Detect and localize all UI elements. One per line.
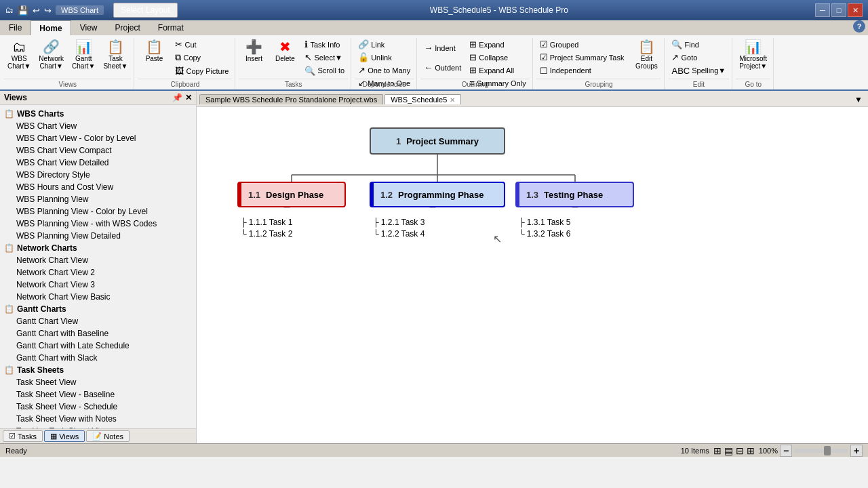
- edit-buttons: 🔍Find ↗Goto ABCSpelling▼: [668, 38, 729, 77]
- view-btn-2[interactable]: ▤: [724, 445, 733, 456]
- node-design-phase[interactable]: 1.1 Design Phase: [237, 182, 346, 207]
- tab-home[interactable]: Home: [31, 20, 71, 35]
- maximize-btn[interactable]: □: [831, 3, 846, 17]
- node-project-summary[interactable]: 1 Project Summary: [370, 127, 505, 155]
- network-chart-btn[interactable]: 🔗NetworkChart▼: [35, 38, 67, 72]
- sidebar-category-gantt[interactable]: 📋 Gantt Charts: [0, 303, 196, 315]
- quick-access-save[interactable]: 💾: [18, 5, 28, 16]
- sidebar-close-btn[interactable]: ✕: [185, 93, 192, 102]
- expand-all-btn[interactable]: ⊞Expand All: [466, 64, 529, 77]
- node-testing-phase[interactable]: 1.3 Testing Phase: [515, 182, 634, 207]
- zoom-slider[interactable]: [794, 449, 848, 453]
- doc-tab-wbs5[interactable]: WBS_Schedule5 ✕: [384, 94, 461, 104]
- sidebar-item-network-view-3[interactable]: Network Chart View 3: [0, 279, 196, 291]
- unlink-btn[interactable]: 🔓Unlink: [355, 51, 414, 64]
- cursor-indicator: ↖: [493, 232, 502, 245]
- sidebar-pin-btn[interactable]: 📌: [172, 93, 182, 102]
- task-sheet-btn[interactable]: 📋TaskSheet▼: [100, 38, 131, 72]
- goto-icon: ↗: [671, 52, 679, 62]
- bottom-tab-tasks[interactable]: ☑ Tasks: [3, 430, 43, 442]
- find-btn[interactable]: 🔍Find: [668, 38, 729, 51]
- close-btn[interactable]: ✕: [848, 3, 863, 17]
- sidebar-category-task-sheets[interactable]: 📋 Task Sheets: [0, 364, 196, 376]
- view-btn-4[interactable]: ⊞: [747, 445, 755, 456]
- expand-btn[interactable]: ⊞Expand: [466, 38, 529, 51]
- project-summary-check[interactable]: ☑Project Summary Task: [536, 51, 628, 64]
- sidebar-item-network-view[interactable]: Network Chart View: [0, 254, 196, 266]
- help-btn[interactable]: ?: [853, 20, 865, 33]
- grouped-check[interactable]: ☑Grouped: [536, 38, 628, 51]
- quick-access-undo[interactable]: ↩: [33, 5, 40, 16]
- subtask-1.1.1-label: 1.1.1 Task 1: [249, 218, 293, 227]
- bottom-tab-notes[interactable]: 📝 Notes: [86, 430, 130, 442]
- tab-file[interactable]: File: [0, 20, 31, 35]
- sidebar-item-task-sheet-view[interactable]: Task Sheet View: [0, 376, 196, 388]
- zoom-thumb[interactable]: [824, 446, 831, 455]
- spelling-btn[interactable]: ABCSpelling▼: [668, 64, 729, 77]
- minimize-btn[interactable]: ─: [815, 3, 830, 17]
- wbs-chart-tab[interactable]: WBS Chart: [56, 5, 104, 15]
- zoom-out-btn[interactable]: −: [780, 445, 792, 457]
- subtask-1.2.1: ├ 1.2.1 Task 3: [373, 218, 425, 227]
- node-programming-phase[interactable]: 1.2 Programming Phase: [370, 182, 505, 207]
- doc-tab-sample[interactable]: Sample WBS Schedule Pro Standalone Proje…: [199, 94, 383, 104]
- gantt-category-label: Gantt Charts: [17, 304, 66, 314]
- zoom-in-btn[interactable]: +: [850, 445, 863, 457]
- sidebar-item-gantt-baseline[interactable]: Gantt Chart with Baseline: [0, 327, 196, 340]
- wbs-chart-btn[interactable]: 🗂WBSChart▼: [4, 38, 34, 72]
- sidebar-item-wbs-hours-cost[interactable]: WBS Hours and Cost View: [0, 181, 196, 193]
- gantt-chart-btn[interactable]: 📊GanttChart▼: [68, 38, 98, 72]
- sidebar-item-network-view-2[interactable]: Network Chart View 2: [0, 266, 196, 279]
- edit-groups-btn[interactable]: 📋EditGroups: [631, 38, 661, 72]
- ms-project-btn[interactable]: 📊MicrosoftProject▼: [736, 38, 770, 72]
- sidebar-item-wbs-planning-detailed[interactable]: WBS Planning View Detailed: [0, 230, 196, 242]
- one-to-many-btn[interactable]: ↗One to Many: [355, 64, 414, 77]
- tab-format[interactable]: Format: [149, 20, 193, 35]
- sidebar-item-wbs-chart-view[interactable]: WBS Chart View: [0, 120, 196, 132]
- quick-access-redo[interactable]: ↪: [44, 5, 52, 16]
- sidebar-category-wbs[interactable]: 📋 WBS Charts: [0, 108, 196, 120]
- tab-project[interactable]: Project: [106, 20, 149, 35]
- goto-btn[interactable]: ↗Goto: [668, 51, 729, 64]
- sidebar-item-network-basic[interactable]: Network Chart View Basic: [0, 291, 196, 303]
- sidebar-category-network[interactable]: 📋 Network Charts: [0, 242, 196, 254]
- node-1.3-number: 1.3: [526, 190, 538, 200]
- sidebar-item-wbs-planning-color[interactable]: WBS Planning View - Color by Level: [0, 205, 196, 218]
- sidebar-item-task-sheet-notes[interactable]: Task Sheet View with Notes: [0, 413, 196, 425]
- delete-btn[interactable]: ✖Delete: [270, 38, 300, 64]
- sidebar-item-wbs-color-level[interactable]: WBS Chart View - Color by Level: [0, 132, 196, 144]
- link-btn[interactable]: 🔗Link: [355, 38, 414, 51]
- bottom-tab-views[interactable]: ▦ Views: [44, 430, 85, 442]
- collapse-btn[interactable]: ⊟Collapse: [466, 51, 529, 64]
- sidebar-item-gantt-view[interactable]: Gantt Chart View: [0, 315, 196, 327]
- sidebar-item-wbs-planning-codes[interactable]: WBS Planning View - with WBS Codes: [0, 218, 196, 230]
- sidebar-item-wbs-detailed[interactable]: WBS Chart View Detailed: [0, 157, 196, 169]
- sidebar-item-gantt-late[interactable]: Gantt Chart with Late Schedule: [0, 340, 196, 352]
- sidebar-item-gantt-slack[interactable]: Gantt Chart with Slack: [0, 352, 196, 364]
- sidebar-item-task-sheet-baseline[interactable]: Task Sheet View - Baseline: [0, 388, 196, 401]
- outdent-btn[interactable]: ←Outdent: [420, 61, 465, 74]
- scroll-to-btn[interactable]: 🔍Scroll to: [301, 64, 348, 77]
- sidebar-item-wbs-planning[interactable]: WBS Planning View: [0, 193, 196, 205]
- copy-btn[interactable]: ⧉Copy: [172, 51, 232, 64]
- connector-svg: [197, 107, 868, 443]
- edit-col: 🔍Find ↗Goto ABCSpelling▼: [668, 38, 729, 77]
- sidebar-item-wbs-compact[interactable]: WBS Chart View Compact: [0, 144, 196, 157]
- tab-view[interactable]: View: [71, 20, 106, 35]
- select-btn[interactable]: ↖Select▼: [301, 51, 348, 64]
- view-btn-1[interactable]: ⊞: [713, 445, 722, 456]
- select-layout-btn[interactable]: Select Layout: [113, 3, 178, 18]
- paste-btn[interactable]: 📋Paste: [138, 38, 170, 64]
- independent-check[interactable]: ☐Independent: [536, 64, 628, 77]
- sidebar-item-wbs-directory[interactable]: WBS Directory Style: [0, 169, 196, 181]
- view-btn-3[interactable]: ⊟: [736, 445, 744, 456]
- insert-btn[interactable]: ➕Insert: [239, 38, 269, 64]
- task-info-btn[interactable]: ℹTask Info: [301, 38, 348, 51]
- indent-btn[interactable]: →Indent: [420, 41, 465, 54]
- doc-tab-close-icon[interactable]: ✕: [450, 96, 455, 104]
- tab-scroll-btn[interactable]: ▼: [852, 95, 865, 104]
- wbs-canvas[interactable]: 1 Project Summary 1.1 Design Phase 1.2 P…: [197, 107, 868, 443]
- cut-btn[interactable]: ✂Cut: [172, 38, 232, 51]
- copy-picture-btn[interactable]: 🖼Copy Picture: [172, 64, 232, 77]
- sidebar-item-task-sheet-schedule[interactable]: Task Sheet View - Schedule: [0, 401, 196, 413]
